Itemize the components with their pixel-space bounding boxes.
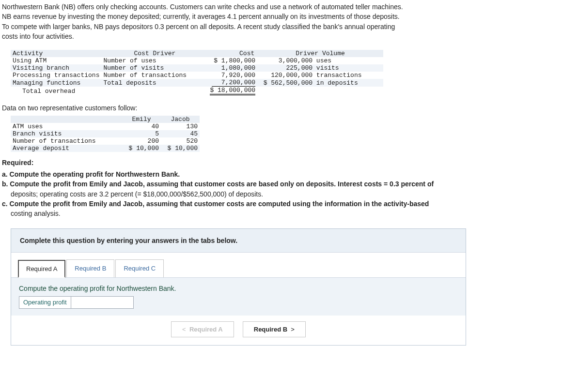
act-cell: Managing functions xyxy=(13,79,80,87)
tab-strip: Required A Required B Required C xyxy=(18,259,466,277)
vol-unit: visits xyxy=(313,64,339,72)
answer-panel: Complete this question by entering your … xyxy=(11,228,466,346)
emily-val: 5 xyxy=(155,130,159,137)
act-cell: Processing transactions xyxy=(13,72,99,79)
emily-val: $ 10,000 xyxy=(129,145,159,152)
answer-input-table: Operating profit xyxy=(19,296,134,309)
cust-row-label: Branch visits xyxy=(13,130,62,137)
cust-row-label: Number of transactions xyxy=(13,137,96,145)
intro-line: costs into four activities. xyxy=(2,32,74,40)
chevron-left-icon: < xyxy=(182,326,186,333)
jacob-val: $ 10,000 xyxy=(168,145,198,152)
tab-required-c[interactable]: Required C xyxy=(115,259,164,277)
intro-line: To compete with larger banks, NB pays de… xyxy=(2,23,395,30)
vol-unit: transactions xyxy=(313,72,361,79)
customer-data-table: Emily Jacob ATM uses 40 130 Branch visit… xyxy=(11,116,200,152)
vol-cell: 3,000,000 xyxy=(259,57,313,64)
operating-profit-label: Operating profit xyxy=(19,296,71,308)
col-cost-driver: Cost Driver xyxy=(134,50,176,57)
vol-unit: in deposits xyxy=(313,79,358,87)
vol-cell: $ 562,500,000 xyxy=(259,79,313,87)
drv-cell: Number of transactions xyxy=(103,72,187,79)
jacob-val: 520 xyxy=(187,137,198,145)
activity-cost-table: Activity Cost Driver Cost Driver Volume … xyxy=(11,50,383,95)
jacob-val: 45 xyxy=(190,130,198,137)
tab-nav-buttons: < Required A Required B > xyxy=(11,316,466,345)
req-c-line1: c. Compute the profit from Emily and Jac… xyxy=(2,200,429,208)
emily-val: 200 xyxy=(148,137,159,145)
cust-row-label: Average deposit xyxy=(13,145,69,152)
drv-cell: Total deposits xyxy=(103,79,156,87)
req-c-line2: costing analysis. xyxy=(11,210,61,217)
req-b-line2: deposits; operating costs are 3.2 percen… xyxy=(11,190,263,198)
tab-question-text: Compute the operating profit for Northwe… xyxy=(19,285,458,292)
tab-required-a[interactable]: Required A xyxy=(18,260,65,278)
cust-row-label: ATM uses xyxy=(13,123,43,130)
jacob-val: 130 xyxy=(187,123,198,130)
tab-body-required-a: Compute the operating profit for Northwe… xyxy=(11,278,466,316)
vol-cell: 120,000,000 xyxy=(259,72,313,79)
cost-cell: 7,920,000 xyxy=(212,72,255,79)
required-title: Required: xyxy=(2,159,33,166)
col-cost: Cost xyxy=(211,50,254,57)
vol-cell: 225,000 xyxy=(259,64,313,72)
col-jacob: Jacob xyxy=(171,116,189,123)
chevron-right-icon: > xyxy=(291,326,295,333)
act-cell: Using ATM xyxy=(13,57,47,64)
customer-data-intro: Data on two representative customers fol… xyxy=(2,104,561,112)
operating-profit-input[interactable] xyxy=(75,299,129,306)
next-tab-label: Required B xyxy=(254,326,287,333)
req-b-line1: b. Compute the profit from Emily and Jac… xyxy=(2,180,434,188)
next-tab-button[interactable]: Required B > xyxy=(243,321,306,337)
prev-tab-label: Required A xyxy=(189,326,223,333)
vol-unit: uses xyxy=(313,57,331,64)
emily-val: 40 xyxy=(151,123,159,130)
drv-cell: Number of visits xyxy=(103,64,164,72)
prev-tab-button[interactable]: < Required A xyxy=(171,321,234,337)
intro-line: Northwestern Bank (NB) offers only check… xyxy=(2,3,403,11)
col-driver-volume: Driver Volume xyxy=(296,50,344,57)
cost-cell: 7,200,000 xyxy=(212,79,255,87)
intro-line: NB earns revenue by investing the money … xyxy=(2,13,400,20)
col-activity: Activity xyxy=(13,50,43,57)
answer-instructions: Complete this question by entering your … xyxy=(11,229,466,253)
required-section: Required: a. Compute the operating profi… xyxy=(2,159,561,218)
cost-cell: 1,080,000 xyxy=(212,64,255,72)
drv-cell: Number of uses xyxy=(103,57,156,64)
total-overhead-value: $ 18,000,000 xyxy=(210,87,255,95)
cost-cell: $ 1,800,000 xyxy=(212,57,255,64)
act-cell: Visiting branch xyxy=(13,64,69,72)
req-a: a. Compute the operating profit for Nort… xyxy=(2,170,180,178)
tab-required-b[interactable]: Required B xyxy=(66,259,114,277)
problem-intro: Northwestern Bank (NB) offers only check… xyxy=(2,2,561,41)
total-overhead-label: Total overhead xyxy=(22,88,75,95)
col-emily: Emily xyxy=(132,116,151,123)
